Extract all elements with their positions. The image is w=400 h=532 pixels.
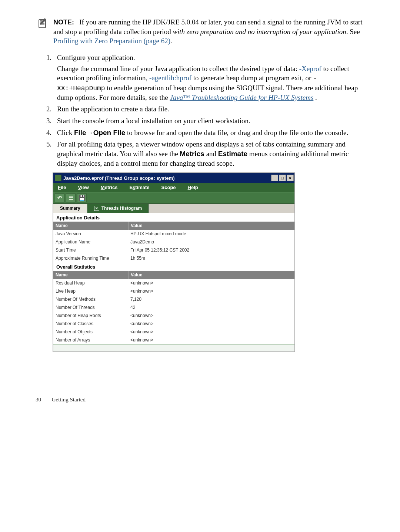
col-header-name: Name [53,271,129,279]
header-row: Name Value [53,222,294,230]
note-icon [36,17,49,46]
minimize-button[interactable]: _ [271,175,278,181]
table-row: Number Of Methods7,120 [53,295,294,303]
tab-close-icon[interactable]: ✕ [94,206,99,211]
link-agentlib[interactable]: -agentlib:hprof [149,74,191,82]
menubar: File View Metrics Estimate Scope Help [53,183,294,192]
page-number: 30 [36,397,50,403]
menu-estimate[interactable]: Estimate [127,183,151,191]
back-button[interactable]: ↶ [55,193,64,202]
table-row: Number of Objects<unknown> [53,328,294,336]
section-application-details: Application Details [53,213,294,222]
col-header-value: Value [129,271,294,279]
table-row: Start TimeFri Apr 05 12:35:12 CST 2002 [53,246,294,254]
table-row: Residual Heap<unknown> [53,279,294,287]
step-3: Start the console from a local installat… [53,116,364,126]
table-row: Number of Heap Roots<unknown> [53,312,294,320]
table-row: Number of Classes<unknown> [53,320,294,328]
menu-file[interactable]: File [56,183,68,191]
maximize-button[interactable]: □ [279,175,286,181]
note-text: NOTE: If you are running the HP JDK/JRE … [53,17,364,46]
table-row: Number of Arrays<unknown> [53,336,294,344]
note-link[interactable]: Profiling with Zero Preparation (page 62… [53,37,170,45]
section-overall-statistics: Overall Statistics [53,262,294,271]
page-footer: 30 Getting Started [36,352,364,410]
step-4: Click File→Open File to browse for and o… [53,128,364,138]
table-row: Live Heap<unknown> [53,287,294,295]
link-xeprof[interactable]: -Xeprof [299,65,321,73]
toolbar: ↶ ☰ 💾 [53,192,294,204]
app-details-rows: Java VersionHP-UX Hotspot mixed modeAppl… [53,230,294,262]
save-button[interactable]: 💾 [77,193,87,202]
footer-section: Getting Started [52,397,86,403]
tab-threads-histogram[interactable]: ✕ Threads Histogram [87,204,149,213]
viewer-window: Java2Demo.eprof (Thread Group scope: sys… [53,172,295,352]
header-row: Name Value [53,271,294,279]
step-2: Run the application to create a data fil… [53,104,364,114]
table-row: Approximate Running Time1h 55m [53,254,294,262]
note-block: NOTE: If you are running the HP JDK/JRE … [36,15,364,49]
link-troubleshooting-guide[interactable]: Java™ Troubleshooting Guide for HP-UX Sy… [170,94,313,101]
table-row: Java VersionHP-UX Hotspot mixed mode [53,230,294,238]
menu-scope[interactable]: Scope [159,183,178,191]
menu-help[interactable]: Help [186,183,200,191]
status-bar [53,344,294,351]
stats-rows: Residual Heap<unknown>Live Heap<unknown>… [53,279,294,344]
note-label: NOTE: [53,18,74,26]
col-header-name: Name [53,222,129,230]
step-5: For all profiling data types, a viewer w… [53,139,364,168]
tree-button[interactable]: ☰ [66,193,76,202]
menu-view[interactable]: View [76,183,91,191]
steps-list: Configure your application. Change the c… [36,53,364,168]
table-row: Application NameJava2Demo [53,238,294,246]
titlebar[interactable]: Java2Demo.eprof (Thread Group scope: sys… [53,173,294,183]
table-row: Number Of Threads42 [53,303,294,312]
content-area: Application Details Name Value Java Vers… [53,213,294,351]
col-header-value: Value [129,222,294,230]
tab-summary[interactable]: Summary [53,204,87,213]
app-icon [55,175,61,181]
tabs: Summary ✕ Threads Histogram [53,204,294,213]
menu-metrics[interactable]: Metrics [99,183,120,191]
close-button[interactable]: × [287,175,294,181]
step-1: Configure your application. Change the c… [53,53,364,102]
window-title: Java2Demo.eprof (Thread Group scope: sys… [63,175,271,181]
